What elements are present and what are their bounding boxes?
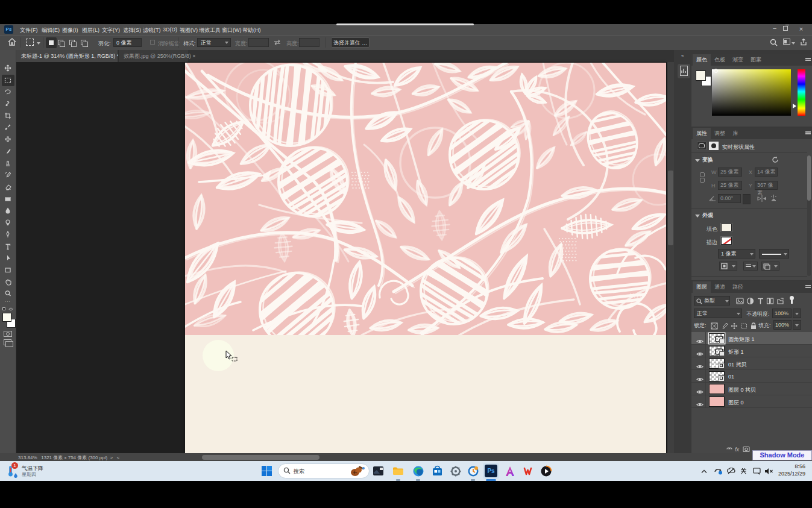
svg-text:fx: fx	[735, 447, 740, 453]
